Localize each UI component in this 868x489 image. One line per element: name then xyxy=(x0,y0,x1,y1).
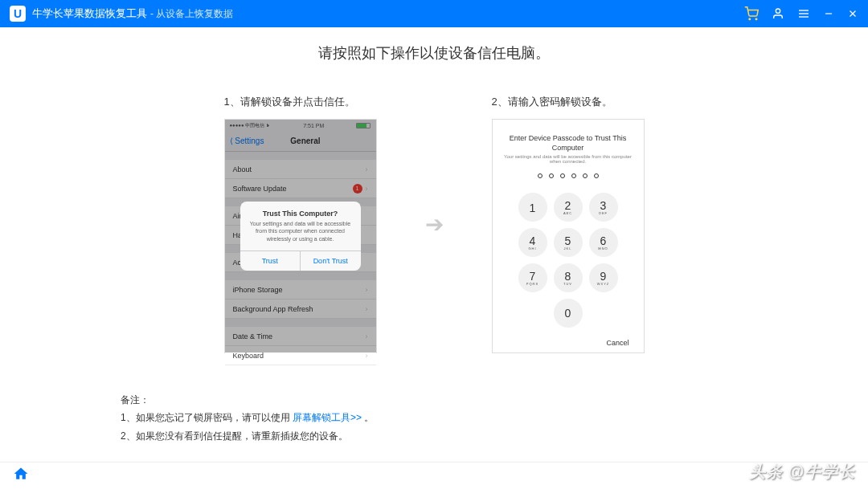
user-icon[interactable] xyxy=(772,7,784,20)
notes-line-1: 1、如果您忘记了锁屏密码，请可以使用 屏幕解锁工具>> 。 xyxy=(121,409,374,427)
trust-alert: Trust This Computer? Your settings and d… xyxy=(240,202,361,270)
keypad-key-5: 5JKL xyxy=(554,228,583,257)
app-logo: U xyxy=(10,6,26,22)
page-heading: 请按照如下操作以使设备信任电脑。 xyxy=(48,43,820,63)
passcode-title: Enter Device Passcode to Trust This Comp… xyxy=(501,134,636,153)
home-button[interactable] xyxy=(13,466,29,486)
alert-message: Your settings and data will be accessibl… xyxy=(247,220,354,242)
notes-line-2: 2、如果您没有看到信任提醒，请重新插拔您的设备。 xyxy=(121,427,374,446)
titlebar-actions xyxy=(744,6,858,21)
cart-icon[interactable] xyxy=(744,6,759,21)
menu-icon[interactable] xyxy=(797,7,810,20)
dont-trust-button: Don't Trust xyxy=(301,251,361,271)
passcode-cancel: Cancel xyxy=(606,339,628,347)
keypad-key-6: 6MNO xyxy=(589,228,618,257)
trust-alert-overlay: Trust This Computer? Your settings and d… xyxy=(225,120,376,352)
svg-point-1 xyxy=(755,18,757,20)
keypad-key-1: 1 xyxy=(518,193,547,222)
alert-title: Trust This Computer? xyxy=(247,210,354,218)
step-2-title: 2、请输入密码解锁设备。 xyxy=(492,95,645,109)
passcode-subtitle: Your settings and data will be accessibl… xyxy=(501,154,636,164)
keypad-key-0: 0 xyxy=(554,299,583,328)
notes: 备注： 1、如果您忘记了锁屏密码，请可以使用 屏幕解锁工具>> 。 2、如果您没… xyxy=(121,391,374,446)
close-button[interactable] xyxy=(847,8,858,19)
keypad: 1 2ABC3DEF4GHI5JKL6MNO7PQRS8TUV9WXYZ0 xyxy=(518,193,618,328)
svg-point-2 xyxy=(776,9,780,13)
arrow-right-icon: ➔ xyxy=(425,211,444,238)
keypad-key-4: 4GHI xyxy=(518,228,547,257)
keypad-key-2: 2ABC xyxy=(554,193,583,222)
keypad-key-9: 9WXYZ xyxy=(589,263,618,292)
phone-screenshot-trust: ●●●●● 中国电信 ⏵ 7:51 PM ⟨ Settings General … xyxy=(224,119,377,353)
step-2: 2、请输入密码解锁设备。 Enter Device Passcode to Tr… xyxy=(492,95,645,353)
phone-screenshot-passcode: Enter Device Passcode to Trust This Comp… xyxy=(492,119,645,353)
keypad-key-8: 8TUV xyxy=(554,263,583,292)
titlebar: U 牛学长苹果数据恢复工具 - 从设备上恢复数据 xyxy=(0,0,868,27)
notes-label: 备注： xyxy=(121,391,374,410)
page-content: 请按照如下操作以使设备信任电脑。 1、请解锁设备并点击信任。 ●●●●● 中国电… xyxy=(0,27,868,462)
svg-point-0 xyxy=(749,18,751,20)
trust-button: Trust xyxy=(240,251,301,271)
keypad-key-7: 7PQRS xyxy=(518,263,547,292)
passcode-dots xyxy=(538,173,599,178)
screen-unlock-link[interactable]: 屏幕解锁工具>> xyxy=(293,412,362,423)
steps-row: 1、请解锁设备并点击信任。 ●●●●● 中国电信 ⏵ 7:51 PM ⟨ Set… xyxy=(48,95,820,353)
step-1: 1、请解锁设备并点击信任。 ●●●●● 中国电信 ⏵ 7:51 PM ⟨ Set… xyxy=(224,95,377,353)
minimize-button[interactable] xyxy=(823,8,834,19)
app-subtitle: - 从设备上恢复数据 xyxy=(150,7,233,21)
footer xyxy=(0,462,868,489)
app-title: 牛学长苹果数据恢复工具 xyxy=(32,6,147,21)
watermark: 头条 @牛学长 xyxy=(749,461,855,483)
step-1-title: 1、请解锁设备并点击信任。 xyxy=(224,95,377,109)
keypad-key-3: 3DEF xyxy=(589,193,618,222)
